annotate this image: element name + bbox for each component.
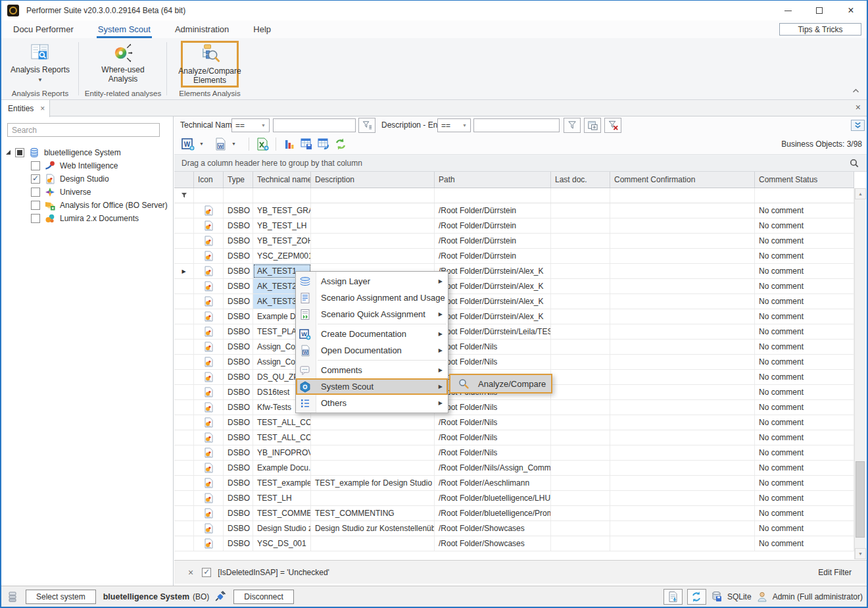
scroll-down-button[interactable]: ▼ xyxy=(855,548,866,559)
cell-type[interactable]: DSBO xyxy=(224,249,253,263)
analysis-chart-button[interactable] xyxy=(281,136,298,152)
open-word-doc-button[interactable]: W ▼ xyxy=(212,136,244,152)
cell-comment-status[interactable]: No comment xyxy=(755,234,854,248)
cell-comment-confirmation[interactable] xyxy=(610,445,755,460)
cell-comment-confirmation[interactable] xyxy=(610,355,755,369)
tree-item[interactable]: Universe xyxy=(1,186,173,199)
cell-path[interactable]: /Root Folder/Dürrstein/Alex_K xyxy=(435,309,551,324)
cell-technical-name[interactable]: TEST_LH xyxy=(253,491,311,505)
tree-item-checkbox[interactable] xyxy=(31,161,40,170)
cell-comment-confirmation[interactable] xyxy=(610,491,755,505)
cell-comment-confirmation[interactable] xyxy=(610,264,755,278)
cell-type[interactable]: DSBO xyxy=(224,203,253,218)
cell-technical-name[interactable]: Example Docu... xyxy=(253,461,311,475)
tree-expander-icon[interactable] xyxy=(6,150,11,155)
cell-last-doc[interactable] xyxy=(551,340,610,354)
column-header-last-doc[interactable]: Last doc. xyxy=(551,172,610,188)
technical-name-filter-button[interactable] xyxy=(358,118,375,133)
context-menu-item-scenario-quick-assignment[interactable]: Scenario Quick Assignment ▶ xyxy=(296,306,448,322)
dropdown-caret-icon[interactable]: ▼ xyxy=(231,141,236,146)
tab-docu-performer[interactable]: Docu Performer xyxy=(12,20,75,38)
where-used-analysis-button[interactable]: Where-used Analysis xyxy=(91,41,155,88)
cell-path[interactable]: /Root Folder/Nils xyxy=(435,430,551,445)
cell-last-doc[interactable] xyxy=(551,400,610,415)
context-menu-item-others[interactable]: Others ▶ xyxy=(296,395,448,411)
table-row[interactable]: DSBO YB_TEST_ZOHO /Root Folder/Dürrstein… xyxy=(174,234,854,249)
tree-root-checkbox[interactable] xyxy=(15,148,24,157)
cell-path[interactable]: /Root Folder/Nils xyxy=(435,400,551,415)
cell-type[interactable]: DSBO xyxy=(224,491,253,505)
cell-path[interactable]: /Root Folder/Dürrstein/Alex_K xyxy=(435,279,551,293)
cell-comment-confirmation[interactable] xyxy=(610,249,755,263)
cell-comment-status[interactable]: No comment xyxy=(755,279,854,293)
cell-last-doc[interactable] xyxy=(551,309,610,324)
clear-filter-button[interactable] xyxy=(604,118,621,133)
cell-type[interactable]: DSBO xyxy=(224,415,253,430)
cell-comment-status[interactable]: No comment xyxy=(755,294,854,309)
cell-last-doc[interactable] xyxy=(551,461,610,475)
cell-comment-status[interactable]: No comment xyxy=(755,430,854,445)
cell-last-doc[interactable] xyxy=(551,445,610,460)
cell-comment-status[interactable]: No comment xyxy=(755,355,854,369)
edit-filter-button[interactable]: Edit Filter xyxy=(818,568,852,577)
cell-last-doc[interactable] xyxy=(551,218,610,233)
cell-comment-status[interactable]: No comment xyxy=(755,415,854,430)
cell-comment-status[interactable]: No comment xyxy=(755,521,854,536)
cell-last-doc[interactable] xyxy=(551,491,610,505)
cell-type[interactable]: DSBO xyxy=(224,234,253,248)
table-row[interactable]: DSBO YB_TEST_LH /Root Folder/Dürrstein N… xyxy=(174,218,854,234)
cell-description[interactable] xyxy=(311,461,435,475)
cell-type[interactable]: DSBO xyxy=(224,294,253,309)
cell-technical-name[interactable]: TEST_COMME... xyxy=(253,506,311,520)
technical-name-operator-select[interactable]: ==▼ xyxy=(231,118,270,132)
cell-path[interactable]: /Root Folder/Nils/Assign_Commen... xyxy=(435,461,551,475)
cell-last-doc[interactable] xyxy=(551,430,610,445)
group-by-panel[interactable]: Drag a column header here to group by th… xyxy=(174,154,867,172)
cell-type[interactable]: DSBO xyxy=(224,445,253,460)
context-menu-item-comments[interactable]: Comments ▶ xyxy=(296,362,448,378)
cell-path[interactable]: /Root Folder/Dürrstein xyxy=(435,203,551,218)
table-row[interactable]: DSBO TEST_example TEST_example for Desig… xyxy=(174,476,854,491)
grid-search-icon[interactable] xyxy=(849,158,859,168)
cell-path[interactable]: /Root Folder/Dürrstein/Leila/TEST ... xyxy=(435,324,551,339)
cell-last-doc[interactable] xyxy=(551,521,610,536)
column-header-icon[interactable]: Icon xyxy=(194,172,224,188)
cell-comment-confirmation[interactable] xyxy=(610,536,755,551)
table-row[interactable]: DSBO AK_TEST2 /Root Folder/Dürrstein/Ale… xyxy=(174,279,854,294)
context-menu-item-scenario-assignment-and-usage[interactable]: Scenario Assignment and Usage xyxy=(296,290,448,306)
cell-type[interactable]: DSBO xyxy=(224,476,253,490)
context-menu-item-open-documentation[interactable]: W Open Documentation ▶ xyxy=(296,342,448,359)
cell-technical-name[interactable]: YB_TEST_ZOHO xyxy=(253,234,311,248)
cell-type[interactable]: DSBO xyxy=(224,279,253,293)
cell-comment-confirmation[interactable] xyxy=(610,400,755,415)
analyze-compare-elements-button[interactable]: Analyze/Compare Elements xyxy=(181,41,239,88)
table-row[interactable]: DSBO TEST_ALL_CO... /Root Folder/Nils No… xyxy=(174,415,854,430)
cell-type[interactable]: DSBO xyxy=(224,309,253,324)
document-close-icon[interactable]: × xyxy=(856,102,861,113)
column-header-comment-confirmation[interactable]: Comment Confirmation xyxy=(610,172,755,188)
column-header-type[interactable]: Type xyxy=(224,172,253,188)
table-row[interactable]: DSBO TEST_ALL_CO... /Root Folder/Nils No… xyxy=(174,430,854,445)
cell-technical-name[interactable]: TEST_ALL_CO... xyxy=(253,415,311,430)
create-word-doc-button[interactable]: W ▼ xyxy=(180,136,212,152)
cell-path[interactable]: /Root Folder/Dürrstein xyxy=(435,234,551,248)
table-row[interactable]: DSBO YSC_DS_001 /Root Folder/Showcases N… xyxy=(174,536,854,551)
cell-path[interactable]: /Root Folder/Nils xyxy=(435,415,551,430)
cell-path[interactable]: /Root Folder/Dürrstein/Alex_K xyxy=(435,294,551,309)
table-row[interactable]: DSBO TEST_LH /Root Folder/bluetelligence… xyxy=(174,491,854,506)
cell-last-doc[interactable] xyxy=(551,264,610,278)
cell-comment-confirmation[interactable] xyxy=(610,370,755,384)
cell-type[interactable]: DSBO xyxy=(224,461,253,475)
cell-comment-status[interactable]: No comment xyxy=(755,340,854,354)
cell-comment-confirmation[interactable] xyxy=(610,340,755,354)
sync-button[interactable] xyxy=(687,589,706,605)
cell-comment-confirmation[interactable] xyxy=(610,203,755,218)
search-input[interactable] xyxy=(7,123,160,137)
table-row[interactable]: DSBO AK_TEST3 /Root Folder/Dürrstein/Ale… xyxy=(174,294,854,309)
cell-comment-confirmation[interactable] xyxy=(610,521,755,536)
cell-comment-status[interactable]: No comment xyxy=(755,324,854,339)
cell-description[interactable] xyxy=(311,491,435,505)
expand-filter-panel-button[interactable] xyxy=(851,120,865,131)
log-document-button[interactable] xyxy=(663,589,683,605)
cell-type[interactable]: DSBO xyxy=(224,324,253,339)
